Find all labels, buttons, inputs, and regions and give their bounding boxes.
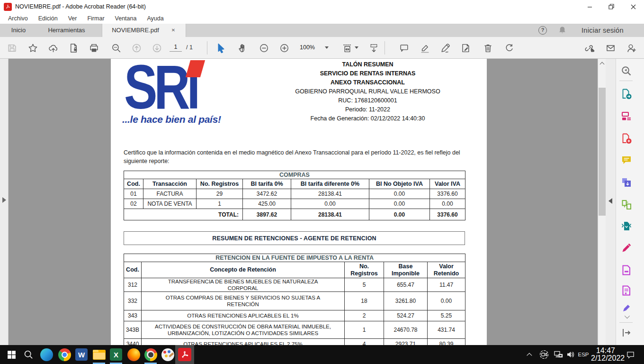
star-icon[interactable] [27,43,38,53]
total-cell: 3376.60 [430,209,465,220]
sign-in-button[interactable]: Iniciar sesión [581,24,624,37]
menu-archivo[interactable]: Archivo [3,15,33,22]
minimize-button[interactable] [579,0,600,13]
page-scrolling-icon[interactable] [368,43,379,53]
page-number-input[interactable]: 1 [170,44,182,52]
restore-button[interactable] [600,0,622,13]
zoom-caret-icon[interactable] [325,46,329,49]
volume-icon[interactable] [564,345,577,364]
create-pdf-icon[interactable] [621,133,632,144]
left-panel-strip[interactable] [0,59,9,345]
tray-time: 14:47 [591,347,620,355]
tab-herramientas[interactable]: Herramientas [37,24,96,37]
person-add-icon[interactable] [626,43,636,53]
expand-left-panel-icon[interactable] [2,197,6,203]
menu-firmar[interactable]: Firmar [82,15,109,22]
panel-separator [619,322,633,323]
email-icon[interactable] [605,43,616,53]
zoom-level-value[interactable]: 100% [297,44,318,51]
meet-now-icon[interactable] [538,345,550,364]
zoom-in-icon[interactable] [279,43,289,53]
cell: 4 [345,339,384,346]
combine-files-icon[interactable] [621,177,632,188]
cell: 29 [197,189,243,199]
save-icon[interactable] [7,43,17,53]
zoom-out-icon[interactable] [259,43,269,53]
chrome-icon[interactable] [55,345,74,364]
excel-icon[interactable] [107,345,125,364]
tab-document-label: NOVIEMBRE.pdf [112,24,159,37]
menu-edicion[interactable]: Edición [33,15,63,22]
cell: 5.25 [428,310,465,321]
menu-ventana[interactable]: Ventana [110,15,142,22]
comment-tool-icon[interactable] [621,155,632,166]
action-center-icon[interactable] [623,345,637,364]
header-line: ANEXO TRANSACCIONAL [250,78,485,87]
highlight-icon[interactable] [420,43,430,53]
cell: 312 [124,278,142,292]
scrollbar-thumb[interactable] [599,88,606,216]
refresh-icon[interactable] [504,43,514,53]
more-tools-chevron-icon[interactable] [625,313,630,318]
collapse-tools-panel-icon[interactable] [608,198,612,204]
browser-profile-icon[interactable] [141,345,160,364]
cell: TRANSFERENCIA DE BIENES MUEBLES DE NATUR… [142,278,345,292]
print-icon[interactable] [89,43,99,53]
sri-logo-text: SRi [124,60,197,113]
compress-pdf-icon[interactable] [621,220,632,232]
previous-page-icon[interactable] [131,43,142,53]
prepare-form-icon[interactable] [621,285,632,296]
fill-sign-icon[interactable] [460,43,471,53]
start-button[interactable] [2,345,21,364]
paint-icon[interactable] [158,345,177,364]
pdf-page[interactable]: SRi ...le hace bien al país! TALÓN RESUM… [111,59,487,345]
cell: 524.27 [384,310,428,321]
language-indicator[interactable]: ESP [576,345,591,364]
open-tools-pane-icon[interactable] [621,327,632,338]
tools-panel-collapse-strip[interactable] [606,59,616,345]
menu-ver[interactable]: Ver [63,15,82,22]
delete-trash-icon[interactable] [483,43,493,53]
edge-icon[interactable] [37,345,56,364]
sign-pen-icon[interactable] [440,43,450,53]
cell: 3376.60 [430,189,465,199]
find-tools-icon[interactable] [621,65,632,77]
word-icon[interactable] [72,345,91,364]
taskbar-search-icon[interactable] [19,345,38,364]
network-icon[interactable] [552,345,564,364]
tab-close-icon[interactable] [170,27,176,33]
page-lock-icon[interactable] [68,43,79,53]
fit-width-icon[interactable] [342,43,352,53]
next-page-icon[interactable] [152,43,162,53]
edit-pdf-icon[interactable] [621,110,632,122]
acrobat-taskbar-icon[interactable] [175,345,194,364]
fill-sign-tool-icon[interactable] [621,242,632,254]
hand-tool-icon[interactable] [237,43,248,53]
menu-ayuda[interactable]: Ayuda [142,15,169,22]
scroll-up-icon[interactable] [600,62,605,67]
file-explorer-icon[interactable] [89,345,108,364]
cloud-upload-icon[interactable] [48,43,58,53]
fit-caret-icon[interactable] [355,46,358,49]
tray-chevron-icon[interactable] [525,345,536,364]
help-icon[interactable] [538,26,547,35]
firefox-icon[interactable] [124,345,143,364]
comment-icon[interactable] [399,43,409,53]
protect-pdf-icon[interactable] [621,264,632,276]
notifications-bell-icon[interactable] [558,26,567,36]
export-pdf-icon[interactable] [621,88,632,100]
more-tools-pen-icon[interactable] [621,302,632,314]
select-tool-icon[interactable] [215,43,226,53]
table-row: 343 OTRAS RETENCIONES APLICABLES EL 1% 2… [124,310,465,321]
cell: OTRAS COMPRAS DE BIENES Y SERVICIOS NO S… [142,292,345,310]
tab-inicio[interactable]: Inicio [0,24,37,37]
organize-pages-icon[interactable] [621,199,632,210]
search-icon[interactable] [111,43,121,53]
close-button[interactable] [622,0,644,13]
table-row: 312 TRANSFERENCIA DE BIENES MUEBLES DE N… [124,278,465,292]
share-link-icon[interactable] [584,43,595,53]
tab-document-active[interactable]: NOVIEMBRE.pdf [102,24,186,37]
clock[interactable]: 14:47 2/12/2022 [591,347,620,362]
vertical-scrollbar[interactable] [598,59,606,345]
cell: FACTURA [143,189,197,199]
